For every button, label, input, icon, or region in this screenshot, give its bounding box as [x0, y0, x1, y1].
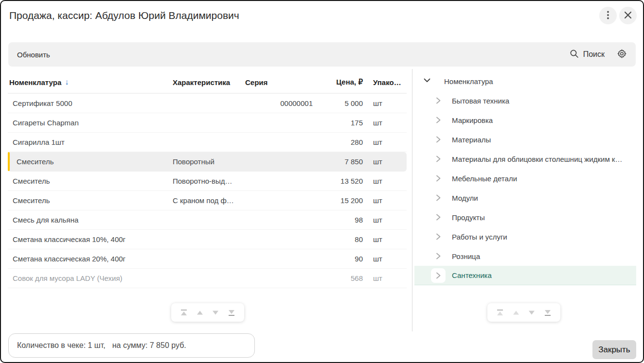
table-row[interactable]: Сигарилла 1шт 280 шт [8, 133, 407, 152]
search-icon [570, 49, 579, 60]
chevron-right-icon[interactable] [431, 190, 446, 205]
refresh-button[interactable]: Обновить [17, 51, 50, 59]
tree-item-moduli[interactable]: Модули [414, 188, 636, 207]
column-header-series[interactable]: Серия [244, 78, 322, 86]
chevron-right-icon[interactable] [431, 93, 446, 108]
search-button[interactable]: Поиск [570, 49, 605, 60]
table-row[interactable]: Сертификат 5000 00000001 5 000 шт [8, 94, 407, 113]
tree-item-label: Работы и услуги [452, 233, 507, 241]
close-window-button[interactable] [619, 7, 637, 24]
step-up-icon[interactable] [195, 308, 205, 317]
chevron-right-icon[interactable] [431, 268, 446, 283]
chevron-right-icon[interactable] [431, 113, 446, 127]
receipt-total: на сумму: 7 850 руб. [112, 341, 186, 350]
chevron-right-icon[interactable] [431, 152, 446, 166]
window-buttons [599, 7, 637, 24]
table-row-selected[interactable]: Смеситель Поворотный 7 850 шт [8, 152, 407, 172]
cell-name: Сметана классическая 10%, 400г [8, 235, 171, 243]
sale-window: Продажа, кассир: Абдулов Юрий Владимиров… [0, 0, 644, 363]
table-row[interactable]: Сигареты Chapman 175 шт [8, 113, 407, 133]
tree-item-roznitsa[interactable]: Розница [414, 246, 636, 266]
tree-item-label: Мебельные детали [452, 174, 517, 183]
cell-name: Совок для мусора LADY (Чехия) [8, 274, 171, 282]
cell-price: 98 [322, 216, 365, 224]
column-header-package[interactable]: Упако… [365, 78, 407, 86]
page-title: Продажа, кассир: Абдулов Юрий Владимиров… [9, 1, 239, 30]
tree-item-bytovaya-tekhnika[interactable]: Бытовая техника [414, 91, 636, 110]
tree-root-nomenclature[interactable]: Номенклатура [414, 71, 636, 91]
cell-name: Смеситель [8, 177, 171, 185]
cell-name: Сигареты Chapman [8, 119, 171, 127]
tree-item-santekhnika-selected[interactable]: Сантехника [414, 266, 636, 285]
tree-root-label: Номенклатура [444, 77, 493, 86]
column-header-characteristic[interactable]: Характеристика [171, 78, 244, 86]
go-last-icon[interactable] [227, 308, 236, 317]
table-row[interactable]: Смеситель С краном под ф… 15 200 шт [8, 191, 407, 210]
cell-unit: шт [365, 177, 407, 185]
tree-item-materialy[interactable]: Материалы [414, 130, 636, 149]
gear-icon [617, 49, 627, 60]
tree-pager [487, 303, 560, 322]
go-first-icon[interactable] [179, 308, 189, 317]
nomenclature-tree: Номенклатура Бытовая техника Маркировка … [412, 71, 643, 285]
product-table: Сертификат 5000 00000001 5 000 шт Сигаре… [8, 93, 407, 288]
search-label: Поиск [583, 50, 605, 59]
tree-item-label: Маркировка [452, 116, 493, 124]
go-first-icon[interactable] [495, 308, 505, 317]
table-row[interactable]: Совок для мусора LADY (Чехия) 568 шт [8, 269, 407, 288]
kebab-menu-icon [607, 11, 609, 21]
more-menu-button[interactable] [599, 7, 617, 24]
column-header-nomenclature-label: Номенклатура [9, 78, 61, 86]
tree-item-label: Сантехника [452, 271, 492, 279]
table-row[interactable]: Смесь для кальяна 98 шт [8, 210, 407, 230]
step-down-icon[interactable] [527, 308, 537, 317]
close-button[interactable]: Закрыть [592, 340, 636, 359]
step-up-icon[interactable] [511, 308, 521, 317]
cell-price: 568 [322, 274, 365, 282]
tree-item-label: Модули [452, 194, 478, 202]
column-header-nomenclature[interactable]: Номенклатура ↓ [8, 78, 171, 86]
go-last-icon[interactable] [543, 308, 553, 317]
cell-price: 90 [322, 255, 365, 263]
receipt-summary: Количество в чеке: 1 шт, на сумму: 7 850… [8, 333, 255, 358]
cell-name: Смесь для кальяна [8, 216, 171, 224]
cell-name: Смеситель [8, 196, 171, 205]
cell-unit: шт [365, 99, 407, 107]
table-row[interactable]: Сметана классическая 10%, 400г 80 шт [8, 230, 407, 249]
chevron-right-icon[interactable] [431, 210, 446, 225]
table-row[interactable]: Смеситель Поворотно-выд… 13 520 шт [8, 172, 407, 191]
settings-button[interactable] [617, 49, 627, 60]
cell-name: Смеситель [8, 157, 171, 166]
chevron-right-icon[interactable] [431, 132, 446, 147]
tree-item-label: Материалы для облицовки столешниц жидким… [452, 155, 622, 163]
cell-series: 00000001 [244, 99, 322, 107]
cell-unit: шт [365, 235, 407, 243]
tree-item-materialy-oblitsovki[interactable]: Материалы для облицовки столешниц жидким… [414, 149, 636, 169]
step-down-icon[interactable] [211, 308, 220, 317]
cell-price: 175 [322, 119, 365, 127]
tree-item-produkty[interactable]: Продукты [414, 207, 636, 227]
tree-item-label: Материалы [452, 136, 491, 144]
cell-unit: шт [365, 196, 407, 205]
chevron-right-icon[interactable] [431, 249, 446, 263]
cell-characteristic: Поворотный [171, 157, 244, 166]
cell-unit: шт [365, 274, 407, 282]
tree-item-mebelnye-detali[interactable]: Мебельные детали [414, 169, 636, 188]
cell-name: Сертификат 5000 [8, 99, 171, 107]
table-pager [171, 303, 244, 322]
cell-unit: шт [365, 255, 407, 263]
chevron-right-icon[interactable] [431, 171, 446, 186]
table-header: Номенклатура ↓ Характеристика Серия Цена… [8, 71, 407, 93]
chevron-right-icon[interactable] [431, 229, 446, 244]
tree-item-raboty-uslugi[interactable]: Работы и услуги [414, 227, 636, 246]
tree-item-label: Бытовая техника [452, 97, 509, 105]
cell-characteristic: Поворотно-выд… [171, 177, 244, 185]
cell-unit: шт [365, 138, 407, 146]
column-header-price[interactable]: Цена, ₽ [322, 78, 365, 86]
cell-price: 80 [322, 235, 365, 243]
chevron-down-icon[interactable] [423, 76, 431, 86]
close-icon [624, 11, 632, 20]
cell-unit: шт [365, 119, 407, 127]
tree-item-markirovka[interactable]: Маркировка [414, 110, 636, 130]
table-row[interactable]: Сметана классическая 20%, 400г 90 шт [8, 249, 407, 269]
